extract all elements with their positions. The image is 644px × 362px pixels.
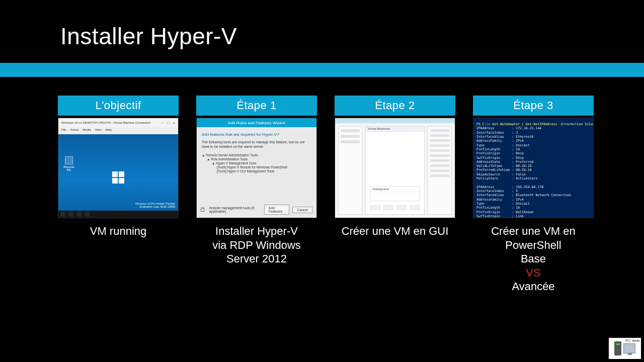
card-objective: L'objectif Windows 10 on DESKTOP-O5GCTR … [58, 96, 179, 294]
thumb-add-roles-wizard: Add Roles and Features Wizard Add featur… [196, 118, 317, 218]
minimize-icon: — [161, 121, 164, 125]
actions-pane [428, 126, 452, 215]
vm-window-titlebar: Windows 10 on DESKTOP-O5GCTR - Virtual M… [58, 118, 178, 127]
recycle-bin-icon: Recycle Bin [63, 156, 74, 171]
thumb-vm-desktop: Windows 10 on DESKTOP-O5GCTR - Virtual M… [58, 118, 179, 218]
slide: Installer Hyper-V L'objectif Windows 10 … [0, 0, 644, 362]
card-row: L'objectif Windows 10 on DESKTOP-O5GCTR … [58, 96, 594, 294]
card-step2: Étape 2 Virtual Machines Checkpoints [335, 96, 455, 294]
wizard-description: The following tools are required to mana… [202, 140, 304, 148]
slide-title: Installer Hyper-V [60, 23, 237, 50]
card-header: L'objectif [58, 96, 179, 116]
center-pane: Virtual Machines Checkpoints [365, 126, 425, 215]
taskbar [58, 211, 178, 218]
card-caption: Créer une VM en PowerShell Base VS Avanc… [473, 224, 594, 294]
card-header: Étape 1 [196, 96, 317, 116]
windows-logo-icon [112, 171, 124, 184]
powershell-console: PS C:\> Get-NetAdapter | Get-NetIPAddres… [473, 118, 593, 218]
card-caption: VM running [58, 224, 179, 238]
wizard-title: Add Roles and Features Wizard [197, 118, 316, 127]
thumb-powershell: PS C:\> Get-NetAdapter | Get-NetIPAddres… [473, 118, 594, 218]
card-caption: Installer Hyper-V via RDP Windows Server… [196, 224, 317, 266]
cancel-button: Cancel [292, 207, 312, 213]
card-step3: Étape 3 PS C:\> Get-NetAdapter | Get-Net… [473, 96, 594, 294]
include-tools-checkbox [201, 208, 204, 212]
computer-tower-icon [614, 341, 621, 355]
maximize-icon: ☐ [167, 121, 170, 125]
wizard-headline: Add features that are required for Hyper… [202, 132, 311, 137]
menu-item: File [61, 128, 66, 133]
vm-list-header: Virtual Machines [366, 127, 424, 132]
left-pane [338, 126, 362, 215]
monitor-icon [623, 343, 635, 353]
include-tools-label: Include management tools (if applicable) [209, 206, 258, 213]
card-step1: Étape 1 Add Roles and Features Wizard Ad… [196, 96, 317, 294]
window-controls: — ☐ ✕ [161, 121, 175, 125]
menu-item: Help [106, 128, 112, 133]
pc-aide-label: PC Aide [625, 338, 640, 343]
add-features-button: Add Features [264, 205, 289, 215]
vm-window-title: Windows 10 on DESKTOP-O5GCTR - Virtual M… [61, 121, 150, 124]
checkpoints-box: Checkpoints [370, 186, 420, 201]
vm-window-menu: File Action Media View Help [58, 127, 178, 134]
wizard-body: Add features that are required for Hyper… [202, 132, 311, 203]
pc-aide-logo: PC Aide [609, 338, 641, 359]
recycle-bin-label: Recycle Bin [63, 165, 74, 171]
card-header: Étape 2 [335, 96, 455, 116]
checkpoints-label: Checkpoints [370, 187, 420, 192]
feature-tree: ▲ Remote Server Administration Tools ▲ R… [202, 153, 311, 174]
menu-item: Action [70, 128, 79, 133]
close-icon: ✕ [173, 121, 175, 125]
card-header: Étape 3 [473, 96, 594, 116]
accent-bar [0, 63, 644, 77]
window-titlebar [335, 118, 455, 123]
menu-item: View [95, 128, 102, 133]
wizard-footer: Include management tools (if applicable)… [201, 205, 312, 215]
thumb-hyperv-manager: Virtual Machines Checkpoints [335, 118, 455, 218]
vm-desktop: Recycle Bin Windows 10 Pro Insider Previ… [58, 134, 178, 218]
card-caption: Créer une VM en GUI [335, 224, 455, 238]
evaluation-watermark: Windows 10 Pro Insider Preview Evaluatio… [135, 202, 175, 209]
start-button-icon [60, 212, 65, 217]
menu-item: Media [83, 128, 91, 133]
